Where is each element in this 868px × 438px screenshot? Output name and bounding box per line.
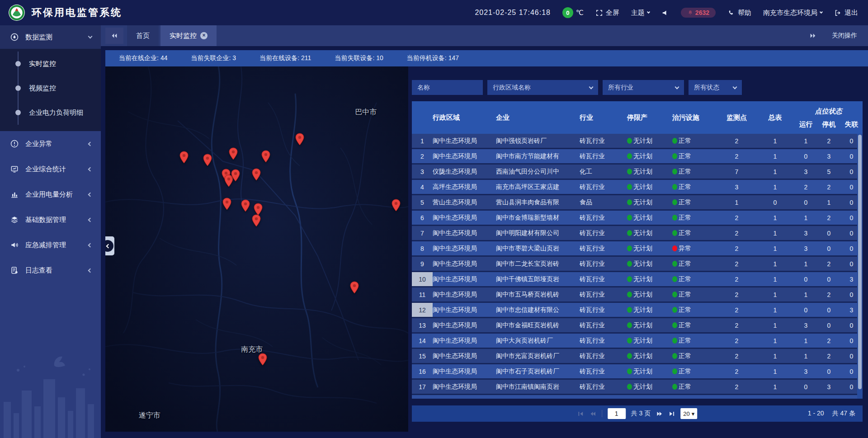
map-marker-icon[interactable] (203, 154, 212, 166)
chevron-down-icon (675, 85, 679, 89)
pagination-next-button[interactable] (656, 410, 663, 417)
map-marker-icon[interactable] (179, 151, 189, 164)
notification-badge[interactable]: 2632 (681, 8, 716, 18)
cell-industry: 砖瓦行业 (580, 134, 627, 148)
status-dot-green (672, 322, 677, 328)
sidebar-item-realtime-monitor[interactable]: 实时监控 (0, 52, 101, 76)
sidebar-item-base-data[interactable]: 基础数据管理 (0, 207, 101, 232)
cell-stopped: 0 (817, 226, 840, 240)
tabs-scroll-right-button[interactable] (809, 32, 816, 39)
table-row[interactable]: 9阆中生态环境局阆中市二龙长宝页岩砖砖瓦行业无计划正常21120 (412, 257, 863, 272)
total-count-label: 共 47 条 (832, 410, 855, 418)
sidebar-item-power-load-detail[interactable]: 企业电力负荷明细 (0, 100, 101, 125)
tab-close-icon[interactable]: × (200, 32, 208, 39)
cell-stopped: 0 (817, 318, 840, 332)
sidebar-item-label: 视频监控 (29, 84, 56, 93)
map-marker-icon[interactable] (349, 281, 359, 294)
map-marker-icon[interactable] (391, 199, 401, 212)
table-row[interactable]: 8阆中生态环境局阆中市枣碧大梁山页岩砖瓦行业无计划异常21300 (412, 241, 863, 257)
cell-pollution-facility: 正常 (672, 380, 717, 394)
map-marker-icon[interactable] (258, 353, 268, 366)
cell-stopped: 0 (817, 241, 840, 255)
table-row[interactable]: 18南部生态环境局南部县建兴页岩机砖厂砖瓦行业无计划正常21030 (412, 395, 863, 399)
table-row[interactable]: 13阆中生态环境局阆中市金福旺页岩机砖砖瓦行业无计划正常21300 (412, 318, 863, 334)
sidebar-item-log-view[interactable]: 日志查看 (0, 258, 101, 283)
table-row[interactable]: 14阆中生态环境局阆中大兴页岩机砖厂砖瓦行业无计划正常21120 (412, 334, 863, 349)
cell-stopped: 0 (817, 303, 840, 317)
sidebar-item-data-monitor[interactable]: 数据监测 (0, 25, 101, 49)
map-marker-icon[interactable] (228, 147, 238, 160)
industry-filter-select[interactable]: 所有行业 (603, 80, 684, 95)
tabs-scroll-left-button[interactable] (105, 28, 123, 44)
name-filter-input[interactable]: 名称 (412, 80, 483, 95)
map-marker-icon[interactable] (241, 199, 250, 212)
cell-pollution-facility: 正常 (672, 180, 717, 194)
row-index: 18 (412, 395, 433, 399)
stat-value: 44 (160, 54, 168, 61)
map-marker-icon[interactable] (231, 169, 241, 182)
sidebar-item-company-abnormal[interactable]: 企业异常 (0, 131, 101, 156)
map-marker-icon[interactable] (251, 168, 261, 181)
chevron-left-icon (88, 167, 93, 171)
table-row[interactable]: 5营山生态环境局营山县润丰肉食品有限食品无计划正常10010 (412, 195, 863, 211)
status-dot-green (672, 169, 677, 174)
table-scrollbar[interactable] (857, 134, 863, 399)
pagination-last-button[interactable] (668, 410, 675, 417)
page-number-input[interactable]: 1 (608, 408, 626, 419)
status-filter-select[interactable]: 所有状态 (689, 80, 742, 95)
sidebar-item-company-statistics[interactable]: 企业综合统计 (0, 156, 101, 182)
region-filter-select[interactable]: 行政区域名称 (487, 80, 598, 95)
sidebar-item-emergency-reduction[interactable]: 应急减排管理 (0, 232, 101, 258)
pagination-first-button[interactable] (577, 410, 584, 417)
cell-limit-production: 无计划 (627, 364, 672, 378)
submenu-bullet-icon (15, 85, 21, 91)
status-dot-green (627, 245, 632, 251)
pagination-prev-button[interactable] (590, 410, 596, 417)
table-row[interactable]: 6阆中生态环境局阆中市金博瑞新型墙材砖瓦行业无计划正常21120 (412, 211, 863, 226)
table-row[interactable]: 12阆中生态环境局阆中市忠信建材有限公砖瓦行业无计划正常21003 (412, 303, 863, 318)
chevron-left-icon (88, 217, 93, 222)
cell-total-meters: 1 (756, 380, 794, 394)
scrollbar-thumb[interactable] (858, 135, 862, 389)
map-panel[interactable]: 巴中市南充市遂宁市 (105, 66, 408, 432)
facility-text: 正常 (679, 383, 691, 391)
table-row[interactable]: 3仪陇生态环境局西南油气田分公司川中化工无计划正常71350 (412, 165, 863, 180)
table-row[interactable]: 15阆中生态环境局阆中市光富页岩机砖厂砖瓦行业无计划正常21120 (412, 349, 863, 364)
cell-running: 3 (794, 165, 817, 179)
facility-text: 正常 (679, 214, 691, 222)
table-row[interactable]: 17阆中生态环境局阆中市江南镇阆南页岩砖瓦行业无计划正常21030 (412, 380, 863, 395)
table-row[interactable]: 11阆中生态环境局阆中市五马桥页岩机砖砖瓦行业无计划正常21120 (412, 287, 863, 303)
map-marker-icon[interactable] (295, 133, 305, 146)
fullscreen-button[interactable]: 全屏 (595, 9, 619, 17)
status-dot-green (672, 292, 677, 297)
org-dropdown[interactable]: 南充市生态环境局 (763, 9, 822, 17)
sidebar-item-video-monitor[interactable]: 视频监控 (0, 76, 101, 100)
cell-pollution-facility: 正常 (672, 149, 717, 163)
help-button[interactable]: 帮助 (727, 9, 751, 17)
logout-button[interactable]: 退出 (834, 9, 858, 17)
theme-dropdown[interactable]: 主题 (631, 9, 650, 17)
sidebar-item-power-analysis[interactable]: 企业用电量分析 (0, 182, 101, 207)
map-marker-icon[interactable] (222, 198, 232, 210)
tab-home[interactable]: 首页 (127, 25, 159, 46)
map-marker-icon[interactable] (261, 150, 271, 163)
table-row[interactable]: 2阆中生态环境局阆中市南方节能建材有砖瓦行业无计划正常21030 (412, 149, 863, 165)
map-marker-icon[interactable] (253, 203, 263, 216)
tab-realtime-monitor[interactable]: 实时监控× (160, 25, 217, 46)
close-operations-button[interactable]: 关闭操作 (832, 32, 857, 40)
table-row[interactable]: 4高坪生态环境局南充市高坪区王家店建砖瓦行业无计划正常31220 (412, 180, 863, 195)
map-collapse-handle[interactable] (105, 236, 114, 255)
status-dot-green (627, 353, 632, 359)
cell-monitor-points: 2 (717, 334, 756, 348)
table-row[interactable]: 10阆中生态环境局阆中千佛镇五郎垭页岩砖瓦行业无计划正常21003 (412, 272, 863, 287)
map-marker-icon[interactable] (251, 214, 261, 227)
row-index: 10 (412, 272, 433, 286)
page-size-select[interactable]: 20▾ (680, 408, 697, 419)
caret-down-icon: ▾ (692, 410, 695, 417)
table-row[interactable]: 1阆中生态环境局阆中强锐页岩砖厂砖瓦行业无计划正常21120 (412, 134, 863, 149)
table-row[interactable]: 16阆中生态环境局阆中市石子页岩机砖厂砖瓦行业无计划正常21300 (412, 364, 863, 380)
limit-text: 无计划 (633, 137, 652, 145)
facility-text: 正常 (679, 198, 691, 207)
table-row[interactable]: 7阆中生态环境局阆中明阳建材有限公司砖瓦行业无计划正常21300 (412, 226, 863, 241)
mute-speaker-button[interactable] (661, 9, 669, 17)
